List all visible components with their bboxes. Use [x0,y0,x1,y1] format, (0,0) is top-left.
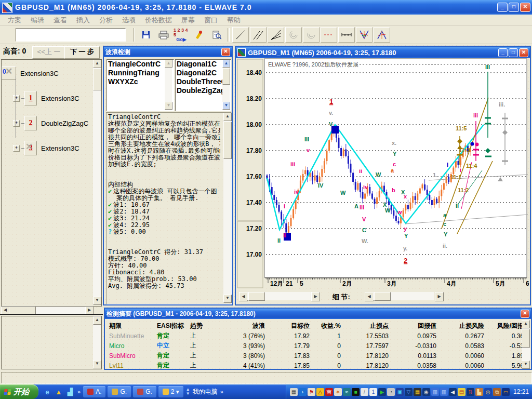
maximize-button[interactable]: □ [509,3,519,12]
menu-item-3[interactable]: 插入 [72,15,95,26]
pc-sync-tray-icon[interactable]: ⧉ [493,388,501,396]
start-button[interactable]: 开始 [0,384,38,399]
main-titlebar[interactable]: GBPUSD_M1 (MN65) 2006-04-19, 3:25, 17.81… [0,0,532,15]
my-computer-chevron[interactable]: » [220,389,223,395]
tree-expand-button[interactable]: + [13,120,20,127]
my-computer-toolbar[interactable]: 我的电脑 [193,388,218,396]
tree-vscrollbar[interactable]: ▲ ▼ [93,60,101,305]
torch-button[interactable] [191,27,207,43]
wave-window-titlebar[interactable]: 波浪检测 ✕ [104,47,232,57]
save-button[interactable] [138,27,154,43]
measure-line-tool[interactable] [338,27,355,43]
print-preview-button[interactable] [208,27,225,43]
play-green-tray-icon[interactable]: ▶ [378,388,386,396]
chart-app-icon[interactable]: ▟ [65,387,75,396]
color-bars-tray-icon[interactable]: ▤ [458,388,466,396]
media-clock-tray-icon[interactable]: ▭ [502,388,510,396]
spiral-ccw-tool[interactable] [285,27,302,43]
quick-launch-overflow-chevron[interactable]: » [77,389,81,395]
audio-monitor-tray-icon[interactable]: ◉ [422,388,430,396]
summary-row-Lvl11[interactable]: Lvl11肯定上4 (41%)17.85017.81200.03580.0060… [107,361,521,370]
go-wizard-button[interactable]: 1 2 3 4 5 Go▶ [173,27,190,43]
summary-titlebar[interactable]: 检测摘要 (GBPUSD_M1 - 2006-04-19, 3:25, 17.8… [105,309,531,319]
prev-step-button[interactable]: <<上 一 [32,46,65,59]
price-chart-canvas[interactable]: 18.4018.2018.0017.8017.6017.4017.2017.00… [237,58,529,290]
chart-scroll-track[interactable] [247,292,311,300]
keyboard-layout-tray-icon[interactable]: ▦ [290,388,298,396]
parallel-lines-tool[interactable] [250,27,267,43]
tree-item-1[interactable]: +1Extension3C [2,88,79,109]
pattern-list-left[interactable]: TriangleContrCRunningTriangWXYXZc [107,59,174,111]
chart-scroll-right[interactable]: ▶ [311,292,320,301]
description-vscrollbar[interactable]: ▲ ▼ [223,113,231,303]
task-button-2[interactable]: G. [133,386,156,397]
screen-capture-tray-icon[interactable]: ■ [352,388,360,396]
tree-item-2[interactable]: +2DoubleZigZagC [2,113,88,134]
taskbar-clock[interactable]: 12:21 [513,388,529,395]
menu-item-8[interactable]: 窗口 [200,15,222,26]
network-a-tray-icon[interactable]: ▥ [431,388,439,396]
summary-row-SubMinuette[interactable]: SubMinuette肯定上3 (76%)17.92117.55030.0975… [107,331,521,341]
print-button[interactable] [155,27,172,43]
menu-item-2[interactable]: 查看 [49,15,72,26]
spiral-cw-tool[interactable] [303,27,320,43]
toolbar-scroll-arrows[interactable]: ▲ ▼ [186,388,190,396]
close-button[interactable]: ✕ [520,3,530,12]
next-step-button[interactable]: 下 一 步 [64,46,100,59]
pattern-list-left-scrollbar[interactable]: ▲ ▼ [165,60,172,110]
detail-scroll-track[interactable] [373,292,434,300]
task-button-3[interactable]: 2 ▾ [158,386,183,397]
v-channel-tool[interactable] [356,27,373,43]
chart-tray-tray-icon[interactable]: ≈ [343,388,351,396]
wave-window-close[interactable]: ✕ [221,48,230,56]
star-burst-tray-icon[interactable]: ✶ [334,388,342,396]
gauge-tray-icon[interactable]: ◔ [387,388,395,396]
tree-hscrollbar[interactable]: ◀ ▶ [1,307,94,314]
pattern-list-right-scrollbar[interactable]: ▲ ▼ [222,60,230,110]
menu-item-5[interactable]: 选项 [117,15,140,26]
dashed-line-tool[interactable] [321,27,337,43]
pattern-item-RunningTriang[interactable]: RunningTriang [107,69,174,77]
menu-item-1[interactable]: 编辑 [26,15,49,26]
menu-item-9[interactable]: 帮助 [222,15,245,26]
pattern-item-TriangleContrC[interactable]: TriangleContrC [107,60,174,69]
detail-scroll-left[interactable]: ◀ [365,292,374,301]
chart-window-titlebar[interactable]: GBPUSD_M1 (MN65) 2006-04-19, 3:25, 17.81… [236,47,530,58]
trendline-tool[interactable] [232,27,249,43]
menu-item-4[interactable]: 分析 [95,15,117,26]
tree-item-3[interactable]: +3✕Extension3C [2,138,79,158]
radio-signal-tray-icon[interactable]: ◎ [484,388,492,396]
bluetooth-arrow-tray-icon[interactable]: › [299,388,307,396]
tree-expand-button[interactable]: + [13,145,20,152]
updown-arrows-tray-icon[interactable]: ⇅ [467,388,474,396]
warning-lightning-tray-icon[interactable]: △ [316,388,324,396]
pattern-item-WXYXZc[interactable]: WXYXZc [107,77,174,86]
circle-one-tray-icon[interactable]: 1 [369,388,377,396]
volume-tray-icon[interactable]: ◀ [449,388,457,396]
summary-row-Micro[interactable]: Micro中立上3 (93%)17.79017.7597-0.03100.058… [107,341,521,351]
internet-explorer-icon[interactable]: e [43,387,52,396]
menu-item-0[interactable]: 方案 [3,15,26,26]
pitchfork-tool[interactable] [374,27,390,43]
flag-alert-tray-icon[interactable]: ⚑ [308,388,315,396]
task-button-0[interactable]: A. [83,386,105,397]
detail-scroll-right[interactable]: ▶ [435,292,444,301]
summary-vscrollbar[interactable]: ▲ ▼ [522,320,530,369]
network-b-tray-icon[interactable]: ▥ [440,388,448,396]
nan-app-tray-icon[interactable]: 南 [325,388,333,396]
delta-app-icon[interactable]: ▲ [54,387,63,396]
menu-item-6[interactable]: 价格数据 [140,15,177,26]
chart-maximize-button[interactable]: □ [509,48,518,57]
menu-item-7[interactable]: 屏幕 [177,15,200,26]
tool-slash-tray-icon[interactable]: / [361,388,368,396]
buildings-tray-icon[interactable]: ▙ [475,388,483,396]
tree-expand-button[interactable]: + [13,95,20,102]
summary-close-button[interactable]: ✕ [521,310,529,318]
command-input[interactable] [16,28,126,42]
fan-lines-tool[interactable] [268,27,284,43]
chart-close-button[interactable]: ✕ [519,48,528,57]
chart-scroll-left[interactable]: ◀ [239,292,248,301]
task-button-1[interactable]: G. [108,386,131,397]
minimize-button[interactable]: _ [497,3,508,12]
triangle-down-tray-icon[interactable]: ▽ [405,388,413,396]
